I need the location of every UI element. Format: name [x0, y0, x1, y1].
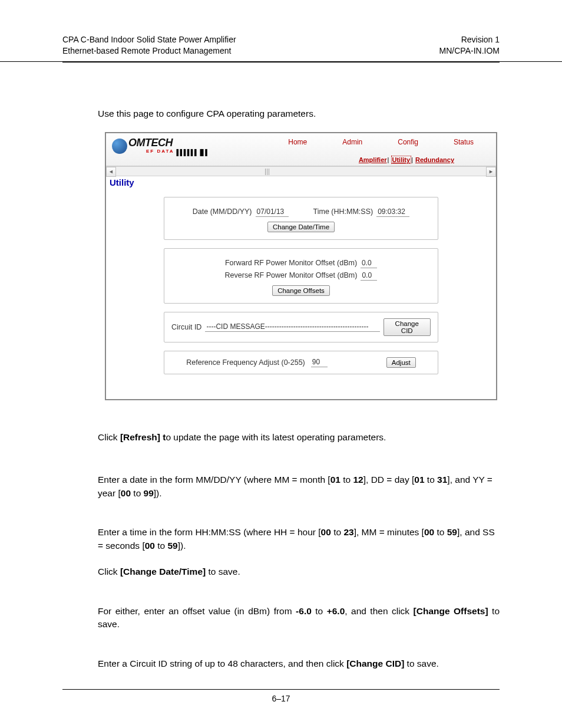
- page-footer: 6–17: [62, 689, 500, 703]
- rev-offset-input[interactable]: [361, 271, 377, 281]
- ref-freq-group: Reference Frequency Adjust (0-255) Adjus…: [164, 351, 438, 374]
- ref-freq-label: Reference Frequency Adjust (0-255): [186, 358, 305, 367]
- intro-text: Use this page to configure CPA operating…: [98, 108, 500, 119]
- date-input[interactable]: [256, 207, 289, 217]
- refresh-paragraph: Click [Refresh] to update the page with …: [98, 431, 500, 444]
- change-datetime-button[interactable]: Change Date/Time: [267, 222, 335, 232]
- nav-status[interactable]: Status: [442, 137, 485, 147]
- subnav-utility[interactable]: Utility: [392, 156, 411, 163]
- change-datetime-paragraph: Click [Change Date/Time] to save.: [98, 565, 500, 578]
- logo-ef: EF DATA: [146, 149, 174, 154]
- fwd-offset-label: Forward RF Power Monitor Offset (dBm): [225, 259, 357, 267]
- adjust-button[interactable]: Adjust: [386, 357, 416, 368]
- page-header: CPA C-Band Indoor Solid State Power Ampl…: [0, 0, 562, 62]
- rev-offset-label: Reverse RF Power Monitor Offset (dBm): [225, 271, 358, 279]
- ref-freq-input[interactable]: [311, 357, 328, 367]
- doc-subtitle: Ethernet-based Remote Product Management: [62, 45, 236, 57]
- screenshot-topbar: OMTECH EF DATA ▌▌▌▌▌▌▐▌▌ Home Admin Conf…: [106, 133, 496, 166]
- time-input[interactable]: [376, 207, 409, 217]
- nav-home[interactable]: Home: [276, 137, 319, 147]
- time-label: Time (HH:MM:SS): [313, 207, 373, 216]
- scroll-left-icon[interactable]: ◄: [106, 167, 116, 177]
- change-offsets-button[interactable]: Change Offsets: [272, 285, 330, 296]
- horiz-scrollbar[interactable]: ◄ ►: [106, 166, 496, 176]
- cid-label: Circuit ID: [171, 323, 201, 331]
- subnav-redundancy[interactable]: Redundancy: [415, 156, 454, 163]
- logo-bars-icon: ▌▌▌▌▌▌▐▌▌: [176, 149, 209, 156]
- nav-config[interactable]: Config: [386, 137, 430, 147]
- time-paragraph: Enter a time in the form HH:MM:SS (where…: [98, 526, 500, 552]
- doc-title: CPA C-Band Indoor Solid State Power Ampl…: [62, 34, 236, 45]
- body-text: Click [Refresh] to update the page with …: [98, 431, 500, 670]
- datetime-group: Date (MM/DD/YY) Time (HH:MM:SS) Change D…: [164, 197, 438, 240]
- header-right: Revision 1 MN/CPA-IN.IOM: [439, 34, 500, 57]
- revision: Revision 1: [439, 34, 500, 45]
- change-cid-button[interactable]: Change CID: [384, 318, 431, 336]
- globe-icon: [112, 139, 127, 154]
- fwd-offset-input[interactable]: [361, 258, 377, 268]
- offsets-group: Forward RF Power Monitor Offset (dBm) Re…: [164, 248, 438, 304]
- cid-input[interactable]: [205, 322, 379, 332]
- header-divider: [62, 62, 500, 62]
- nav-admin[interactable]: Admin: [330, 137, 374, 147]
- header-left: CPA C-Band Indoor Solid State Power Ampl…: [62, 34, 236, 57]
- offsets-paragraph: For either, enter an offset value (in dB…: [98, 605, 500, 631]
- subnav-amplifier[interactable]: Amplifier: [359, 156, 387, 163]
- page-number: 6–17: [272, 694, 290, 703]
- cid-paragraph: Enter a Circuit ID string of up to 48 ch…: [98, 657, 500, 670]
- scroll-right-icon[interactable]: ►: [486, 167, 496, 177]
- date-paragraph: Enter a date in the form MM/DD/YY (where…: [98, 473, 500, 500]
- sub-nav: Amplifier| Utility| Redundancy: [358, 156, 455, 163]
- web-screenshot: OMTECH EF DATA ▌▌▌▌▌▌▐▌▌ Home Admin Conf…: [105, 132, 497, 400]
- logo-name: OMTECH: [128, 137, 209, 149]
- scroll-grip-icon[interactable]: [265, 169, 270, 175]
- date-label: Date (MM/DD/YY): [193, 207, 252, 216]
- logo: OMTECH EF DATA ▌▌▌▌▌▌▐▌▌: [112, 137, 209, 156]
- doc-code: MN/CPA-IN.IOM: [439, 45, 500, 57]
- cid-group: Circuit ID Change CID: [164, 312, 438, 342]
- main-nav: Home Admin Config Status: [276, 137, 485, 147]
- page-title: Utility: [106, 176, 496, 191]
